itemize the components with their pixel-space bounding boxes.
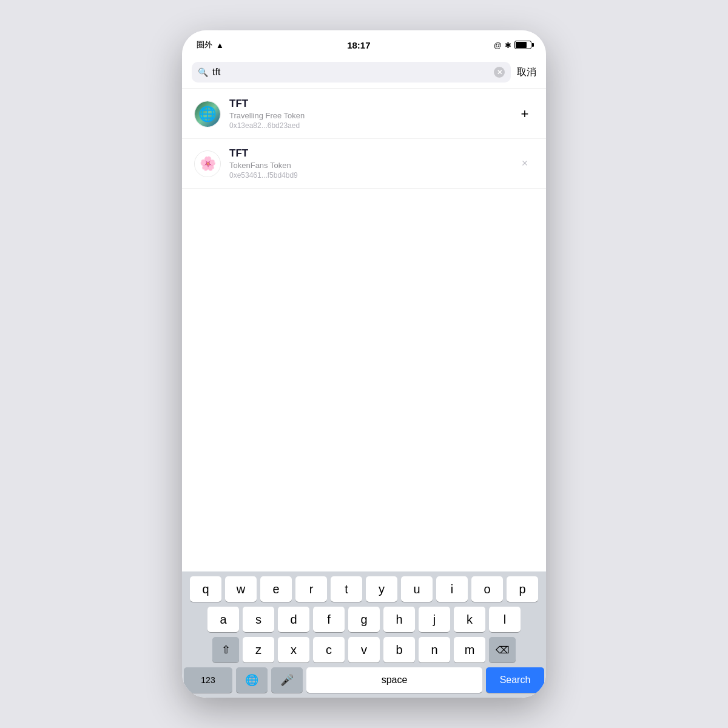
key-s[interactable]: s	[243, 607, 274, 632]
key-v[interactable]: v	[348, 637, 380, 662]
status-left: 圈外 ▲	[197, 39, 224, 50]
space-key[interactable]: space	[306, 667, 482, 693]
key-q[interactable]: q	[190, 576, 221, 602]
globe-key[interactable]: 🌐	[236, 667, 268, 693]
key-e[interactable]: e	[260, 576, 292, 602]
search-input-wrapper[interactable]: 🔍 tft ✕	[192, 62, 511, 83]
remove-token-button-tft2[interactable]: ×	[516, 157, 534, 170]
search-magnifier-icon: 🔍	[198, 67, 208, 77]
numeric-key[interactable]: 123	[184, 667, 232, 693]
key-u[interactable]: u	[401, 576, 433, 602]
wifi-icon: ▲	[216, 41, 224, 50]
token-symbol-tft1: TFT	[229, 98, 507, 110]
status-right: @ ✱	[494, 41, 531, 50]
key-p[interactable]: p	[507, 576, 538, 602]
bluetooth-icon: ✱	[505, 41, 511, 50]
shift-key[interactable]: ⇧	[212, 637, 239, 662]
key-w[interactable]: w	[225, 576, 257, 602]
key-l[interactable]: l	[489, 607, 521, 632]
key-t[interactable]: t	[331, 576, 362, 602]
key-f[interactable]: f	[313, 607, 345, 632]
token-logo-tft1	[194, 101, 221, 127]
token-list: TFT Travelling Free Token 0x13ea82...6bd…	[182, 89, 546, 571]
delete-key[interactable]: ⌫	[489, 637, 516, 662]
token-fullname-tft2: TokenFans Token	[229, 161, 507, 170]
clear-icon: ✕	[497, 69, 502, 76]
cancel-button[interactable]: 取消	[517, 66, 536, 79]
token-info-tft1: TFT Travelling Free Token 0x13ea82...6bd…	[229, 98, 507, 130]
key-b[interactable]: b	[383, 637, 415, 662]
keyboard-row-1: q w e r t y u i o p	[184, 576, 544, 602]
key-d[interactable]: d	[278, 607, 309, 632]
key-x[interactable]: x	[278, 637, 309, 662]
status-time: 18:17	[347, 40, 370, 50]
carrier-label: 圈外	[197, 39, 212, 50]
keyboard: q w e r t y u i o p a s d f g h j k l ⇧ …	[182, 571, 546, 698]
status-bar: 圈外 ▲ 18:17 @ ✱	[182, 30, 546, 57]
token-info-tft2: TFT TokenFans Token 0xe53461...f5bd4bd9	[229, 147, 507, 180]
token-address-tft1: 0x13ea82...6bd23aed	[229, 121, 507, 130]
key-c[interactable]: c	[313, 637, 345, 662]
key-n[interactable]: n	[419, 637, 450, 662]
key-r[interactable]: r	[295, 576, 327, 602]
microphone-key[interactable]: 🎤	[271, 667, 303, 693]
key-k[interactable]: k	[454, 607, 485, 632]
search-input[interactable]: tft	[212, 67, 490, 78]
token-symbol-tft2: TFT	[229, 147, 507, 160]
key-g[interactable]: g	[348, 607, 380, 632]
key-o[interactable]: o	[471, 576, 503, 602]
key-m[interactable]: m	[454, 637, 485, 662]
key-i[interactable]: i	[436, 576, 468, 602]
token-item-tft1: TFT Travelling Free Token 0x13ea82...6bd…	[182, 89, 546, 139]
add-token-button-tft1[interactable]: +	[516, 106, 534, 122]
keyboard-row-2: a s d f g h j k l	[184, 607, 544, 632]
key-y[interactable]: y	[366, 576, 397, 602]
battery-icon	[514, 41, 531, 49]
key-a[interactable]: a	[207, 607, 239, 632]
clear-button[interactable]: ✕	[494, 67, 505, 78]
tft2-logo-inner	[195, 151, 220, 177]
keyboard-bottom-row: 123 🌐 🎤 space Search	[184, 667, 544, 693]
token-fullname-tft1: Travelling Free Token	[229, 111, 507, 120]
key-h[interactable]: h	[383, 607, 415, 632]
at-icon: @	[494, 41, 502, 50]
tft1-logo-inner	[195, 101, 220, 127]
phone-frame: 圈外 ▲ 18:17 @ ✱ 🔍 tft ✕ 取消	[182, 30, 546, 698]
search-key[interactable]: Search	[486, 667, 544, 693]
key-j[interactable]: j	[419, 607, 450, 632]
token-address-tft2: 0xe53461...f5bd4bd9	[229, 171, 507, 180]
key-z[interactable]: z	[243, 637, 274, 662]
search-bar-container: 🔍 tft ✕ 取消	[182, 57, 546, 89]
token-item-tft2: TFT TokenFans Token 0xe53461...f5bd4bd9 …	[182, 139, 546, 189]
keyboard-row-3: ⇧ z x c v b n m ⌫	[184, 637, 544, 662]
token-logo-tft2	[194, 150, 221, 177]
